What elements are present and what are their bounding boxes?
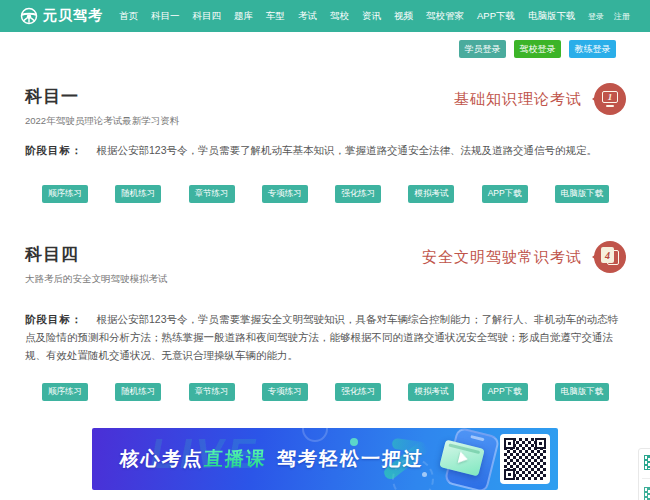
nav-item-pc-download[interactable]: 电脑版下载 [528, 10, 576, 23]
nav-item-driving-school[interactable]: 驾校 [330, 10, 349, 23]
main-content: 科目一 基础知识理论考试 1 2022年驾驶员理论考试最新学习资料 阶段目标：根… [0, 85, 650, 401]
subject4-subtitle: 大路考后的安全文明驾驶模拟考试 [25, 273, 626, 286]
subject1-practice-buttons: 顺序练习 随机练习 章节练习 专项练习 强化练习 模拟考试 APP下载 电脑版下… [25, 185, 626, 203]
banner-text-highlight: 直播课 [203, 448, 267, 469]
qr-code-icon[interactable] [644, 455, 650, 470]
subject1-pc-download-button[interactable]: 电脑版下载 [555, 185, 609, 203]
subject4-goal: 阶段目标：根据公安部123号令，学员需要掌握安全文明驾驶知识，具备对车辆综合控制… [25, 310, 626, 364]
steering-wheel-icon [20, 7, 38, 25]
play-icon [458, 451, 470, 465]
goal-label: 阶段目标： [25, 144, 83, 156]
role-login-row: 学员登录 驾校登录 教练登录 [0, 40, 650, 58]
subject4-app-download-button[interactable]: APP下载 [482, 383, 528, 401]
nav-item-subject1[interactable]: 科目一 [151, 10, 180, 23]
subject4-practice-random-button[interactable]: 随机练习 [115, 383, 161, 401]
widget-icon[interactable] [644, 487, 650, 500]
banner-text-rest: 驾考轻松一把过 [276, 448, 424, 469]
subject4-mock-exam-button[interactable]: 模拟考试 [408, 383, 454, 401]
subject1-exam-badge: 1 [594, 83, 626, 115]
subject4-exam-name: 安全文明驾驶常识考试 [422, 248, 582, 267]
subject1-mock-exam-button[interactable]: 模拟考试 [408, 185, 454, 203]
subject1-app-download-button[interactable]: APP下载 [482, 185, 528, 203]
subject4-badge-number: 4 [601, 247, 614, 263]
student-login-button[interactable]: 学员登录 [459, 40, 506, 58]
page: 元贝驾考 首页 科目一 科目四 题库 车型 考试 驾校 资讯 视频 驾校管家 A… [0, 0, 650, 500]
live-course-banner[interactable]: LIVE 核心考点直播课驾考轻松一把过 [92, 428, 558, 490]
nav-item-school-manager[interactable]: 驾校管家 [426, 10, 464, 23]
subject1-practice-sequence-button[interactable]: 顺序练习 [42, 185, 88, 203]
subject1-practice-special-button[interactable]: 专项练习 [262, 185, 308, 203]
subject1-header-row: 科目一 基础知识理论考试 1 [25, 85, 626, 115]
banner-qr-code [500, 434, 550, 484]
goal-text: 根据公安部123号令，学员需要了解机动车基本知识，掌握道路交通安全法律、法规及道… [97, 144, 598, 156]
subject1-practice-intensive-button[interactable]: 强化练习 [335, 185, 381, 203]
banner-text: 核心考点直播课驾考轻松一把过 [119, 446, 425, 472]
subject4-header-row: 科目四 安全文明驾驶常识考试 4 [25, 243, 626, 273]
register-link[interactable]: 注册 [614, 11, 630, 22]
nav-item-news[interactable]: 资讯 [362, 10, 381, 23]
subject1-practice-random-button[interactable]: 随机练习 [115, 185, 161, 203]
banner-text-pre: 核心考点 [119, 448, 204, 469]
subject1-exam-name: 基础知识理论考试 [454, 90, 582, 109]
subject4-practice-chapter-button[interactable]: 章节练习 [189, 383, 235, 401]
subject1-badge-number: 1 [602, 91, 618, 103]
main-nav: 首页 科目一 科目四 题库 车型 考试 驾校 资讯 视频 驾校管家 APP下载 … [119, 10, 588, 23]
nav-item-question-bank[interactable]: 题库 [234, 10, 253, 23]
side-float-widget[interactable] [638, 448, 650, 500]
nav-item-subject4[interactable]: 科目四 [193, 10, 222, 23]
coach-login-button[interactable]: 教练登录 [569, 40, 616, 58]
subject1-title: 科目一 [25, 85, 79, 108]
site-logo[interactable]: 元贝驾考 [20, 7, 103, 25]
nav-item-app-download[interactable]: APP下载 [477, 10, 515, 23]
subject4-exam-label: 安全文明驾驶常识考试 4 [422, 241, 626, 273]
nav-item-exam[interactable]: 考试 [298, 10, 317, 23]
subject4-practice-intensive-button[interactable]: 强化练习 [335, 383, 381, 401]
subject4-exam-badge: 4 [594, 241, 626, 273]
subject4-practice-sequence-button[interactable]: 顺序练习 [42, 383, 88, 401]
subject1-exam-label: 基础知识理论考试 1 [454, 83, 626, 115]
subject4-pc-download-button[interactable]: 电脑版下载 [555, 383, 609, 401]
goal-text: 根据公安部123号令，学员需要掌握安全文明驾驶知识，具备对车辆综合控制能力；了解… [25, 313, 618, 361]
subject4-title: 科目四 [25, 243, 79, 266]
nav-item-home[interactable]: 首页 [119, 10, 138, 23]
subject1-practice-chapter-button[interactable]: 章节练习 [189, 185, 235, 203]
goal-label: 阶段目标： [25, 313, 83, 325]
subject4-practice-buttons: 顺序练习 随机练习 章节练习 专项练习 强化练习 模拟考试 APP下载 电脑版下… [25, 383, 626, 401]
monitor-icon: 1 [602, 91, 618, 107]
nav-item-vehicle-type[interactable]: 车型 [266, 10, 285, 23]
top-nav-bar: 元贝驾考 首页 科目一 科目四 题库 车型 考试 驾校 资讯 视频 驾校管家 A… [0, 0, 650, 32]
school-login-button[interactable]: 驾校登录 [514, 40, 561, 58]
auth-links: 登录 注册 [588, 11, 630, 22]
cards-icon: 4 [601, 247, 619, 267]
subject1-goal: 阶段目标：根据公安部123号令，学员需要了解机动车基本知识，掌握道路交通安全法律… [25, 141, 626, 159]
nav-item-video[interactable]: 视频 [394, 10, 413, 23]
login-link[interactable]: 登录 [588, 11, 604, 22]
site-logo-text: 元贝驾考 [43, 7, 103, 25]
subject1-subtitle: 2022年驾驶员理论考试最新学习资料 [25, 115, 626, 128]
subject4-practice-special-button[interactable]: 专项练习 [262, 383, 308, 401]
